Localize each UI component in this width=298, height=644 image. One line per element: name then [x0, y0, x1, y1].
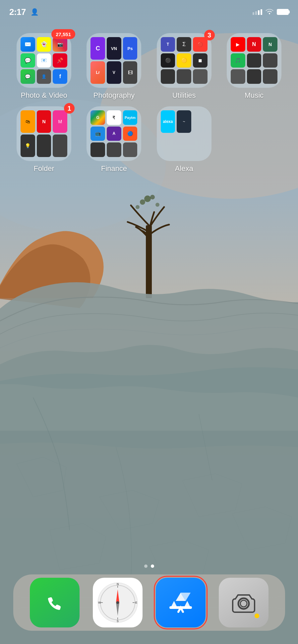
mini-app-snapchat: 👻: [37, 37, 51, 52]
badge-folder: 1: [64, 103, 75, 114]
mini-app-spotify: 🎵: [231, 53, 245, 68]
mini-app-u1: [161, 69, 175, 84]
dock-app-phone[interactable]: [30, 578, 80, 627]
mini-app-lightroom: Lr: [90, 61, 105, 84]
folder-utilities[interactable]: 3 T Σ 🔴 ⚫ 🟡 ◼ Utilities: [151, 33, 217, 100]
mini-app-m4: [247, 69, 262, 84]
badge-photo-video: 27,551: [51, 29, 75, 39]
svg-point-8: [155, 203, 159, 207]
dock-app-safari[interactable]: N S E W: [93, 578, 143, 627]
wifi-icon: [266, 8, 273, 16]
page-dot-1[interactable]: [144, 564, 148, 568]
signal-icon: [253, 9, 262, 15]
phone-icon: [30, 578, 80, 627]
svg-point-5: [150, 195, 155, 199]
svg-point-4: [140, 199, 145, 205]
folder-label-alexa: Alexa: [175, 164, 193, 173]
mini-app-misc: 👤: [37, 69, 51, 84]
svg-point-6: [144, 195, 151, 202]
mini-app-empty2: [161, 134, 175, 157]
mini-app-gpay: G: [90, 110, 105, 125]
mini-app-pinterest: 📌: [53, 53, 67, 68]
mini-app-m2: [263, 53, 277, 68]
badge-utilities: 3: [204, 30, 215, 40]
page-dot-2[interactable]: [151, 564, 154, 568]
mini-app-f2: [53, 134, 67, 157]
mini-app-n2: N: [37, 110, 51, 133]
mini-app-phonepe: A: [107, 127, 121, 141]
mini-app-empty3: [177, 134, 191, 157]
mini-app-bulb: 💡: [21, 134, 35, 157]
mini-app-echo: ~: [177, 110, 191, 133]
battery-icon: [277, 9, 289, 15]
mini-app-messages: 💬: [21, 69, 35, 84]
mini-app-fi1: 📺: [90, 127, 105, 141]
svg-text:N: N: [117, 582, 119, 586]
status-time: 2:17: [9, 7, 26, 17]
status-bar: 2:17 👤: [0, 0, 298, 20]
mini-app-meesho: M: [53, 110, 67, 133]
page-dots: [144, 564, 154, 568]
folder-photography[interactable]: C VN Ps Lr V 🎞 Photography: [81, 33, 147, 100]
mini-app-teams: T: [161, 37, 175, 52]
mini-app-m5: [263, 69, 277, 84]
folder-label-utilities: Utilities: [172, 91, 196, 100]
mini-app-n: N: [263, 37, 277, 52]
mini-app-amazon: 🛍: [21, 110, 35, 133]
svg-point-25: [240, 600, 247, 607]
mini-app-m3: [231, 69, 245, 84]
camera-icon: [219, 578, 268, 627]
svg-text:W: W: [98, 601, 101, 604]
app-grid: 27,551 ✉️ 👻 📷 💬 📧 📌 💬 👤 f Photo & Video …: [0, 27, 298, 180]
folder-alexa[interactable]: alexa ~ Alexa: [151, 106, 217, 173]
mini-app-u2: [177, 69, 191, 84]
mini-app-dark2: ◼: [193, 53, 208, 68]
mini-app-m1: [247, 53, 262, 68]
mini-app-instagram: 📷: [53, 37, 67, 52]
folder-photo-video[interactable]: 27,551 ✉️ 👻 📷 💬 📧 📌 💬 👤 f Photo & Video: [11, 33, 77, 100]
folder-folder[interactable]: 1 🛍 N M 💡 Folder: [11, 106, 77, 173]
safari-icon: N S E W: [93, 578, 143, 627]
mini-app-empty1: [193, 110, 208, 133]
mini-app-dark: ⚫: [161, 53, 175, 68]
appstore-icon: [156, 578, 206, 627]
dock-app-appstore[interactable]: [156, 578, 206, 627]
mini-app-yellow: 🟡: [177, 53, 191, 68]
mini-app-vn: VN: [107, 37, 121, 60]
svg-text:E: E: [135, 601, 137, 604]
mini-app-mail: ✉️: [21, 37, 35, 52]
folder-label-photo-video: Photo & Video: [21, 91, 67, 100]
svg-point-7: [136, 205, 140, 209]
folder-label-photography: Photography: [93, 91, 135, 100]
mini-app-pe: ₹: [107, 110, 121, 125]
status-indicators: [253, 8, 289, 16]
mini-app-vsco: V: [107, 61, 121, 84]
dock-app-camera[interactable]: [219, 578, 268, 627]
mini-app-youtube: ▶: [231, 37, 245, 52]
mini-app-fi3: [90, 142, 105, 157]
mini-app-u3: [193, 69, 208, 84]
folder-music[interactable]: ▶ N N 🎵 Music: [221, 33, 287, 100]
mini-app-canva: C: [90, 37, 105, 60]
mini-app-ps: Ps: [123, 37, 138, 60]
mini-app-fi5: [123, 142, 138, 157]
dock: N S E W: [13, 574, 285, 631]
mini-app-fi4: [107, 142, 121, 157]
camera-dot: [255, 614, 259, 618]
person-icon: 👤: [30, 8, 39, 16]
svg-point-22: [116, 601, 119, 604]
folder-finance[interactable]: G ₹ Paytm 📺 A 🔵 Finance: [81, 106, 147, 173]
mini-app-f1: [37, 134, 51, 157]
mini-app-alexa: alexa: [161, 110, 175, 133]
folder-label-finance: Finance: [101, 164, 127, 173]
mini-app-netflix: N: [247, 37, 262, 52]
mini-app-sigma: Σ: [177, 37, 191, 52]
mini-app-gmail: 📧: [37, 53, 51, 68]
mini-app-empty4: [193, 134, 208, 157]
mini-app-other: 🎞: [123, 61, 138, 84]
folder-label-music: Music: [245, 91, 264, 100]
mini-app-red: 🔴: [193, 37, 208, 52]
mini-app-whatsapp: 💬: [21, 53, 35, 68]
folder-label-folder: Folder: [33, 164, 54, 173]
svg-text:S: S: [117, 619, 119, 623]
